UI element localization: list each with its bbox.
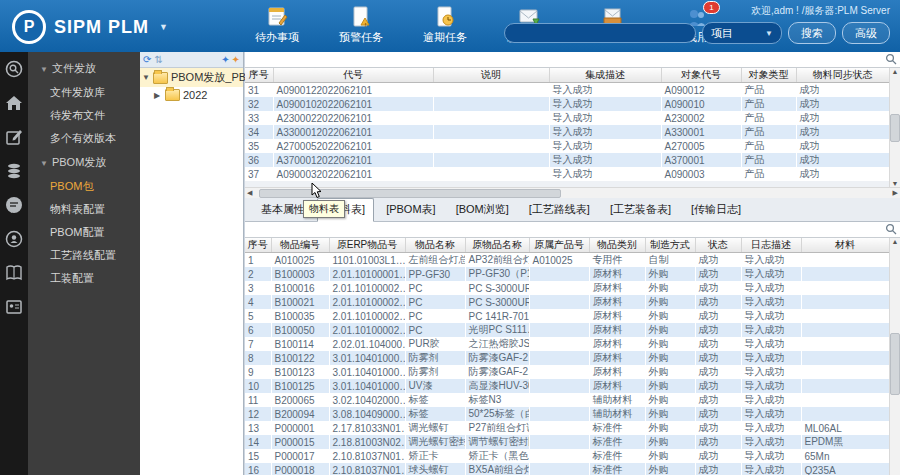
tab-process-equipment-table[interactable]: [工艺装备表] (602, 199, 679, 221)
column-header[interactable]: 材料 (801, 238, 890, 253)
triangle-right-icon[interactable]: ▶ (154, 91, 162, 100)
table-row[interactable]: 31A0900122022062101导入成功A090012产品成功 (245, 83, 890, 98)
sidebar-item-material-table-config[interactable]: 物料表配置 (28, 198, 140, 221)
search-button[interactable]: 搜索 (788, 22, 836, 44)
scroll-up-icon[interactable]: ▲ (892, 68, 899, 75)
home-icon[interactable] (5, 94, 23, 112)
column-header[interactable]: 状态 (695, 238, 741, 253)
book-icon[interactable] (5, 264, 23, 282)
table-row[interactable]: 37A0900032022062101导入成功A090003产品成功 (245, 167, 890, 181)
table-cell: 1 (245, 253, 271, 268)
id-card-icon[interactable] (5, 298, 23, 316)
table-row[interactable]: 8B1001223.01.10401000…防雾剂防雾漆GAF-2…原材料外购成… (245, 351, 890, 365)
column-header[interactable]: 说明 (433, 68, 549, 83)
table-cell: 2.02.01.104000… (329, 337, 405, 351)
table-row[interactable]: 35A2700052022062101导入成功A270005产品成功 (245, 139, 890, 153)
locate-icon[interactable]: ✦ (232, 54, 240, 65)
table-row[interactable]: 15P0000172.10.81037N01…矫正卡矫正卡（黑色）标准件外购成功… (245, 449, 890, 463)
package-filter-bar[interactable] (245, 52, 900, 68)
chevron-down-icon[interactable]: ▼ (159, 22, 168, 32)
tab-bom-browse[interactable]: [BOM浏览] (448, 199, 517, 221)
column-header[interactable]: 原ERP物品号 (329, 238, 405, 253)
scroll-right-icon[interactable]: ▶ (893, 189, 898, 197)
quick-search-icon[interactable] (5, 60, 23, 78)
column-header[interactable]: 物品编号 (271, 238, 329, 253)
collapse-tree-icon[interactable]: ⇅ (154, 54, 162, 65)
table-row[interactable]: 9B1001233.01.10401000…防雾剂防雾漆GAF-2…原材料外购成… (245, 365, 890, 379)
column-header[interactable]: 代号 (273, 68, 433, 83)
sidebar-item-tooling-config[interactable]: 工装配置 (28, 267, 140, 290)
table-cell: 11 (245, 393, 271, 407)
search-input[interactable] (504, 23, 696, 43)
search-icon[interactable] (885, 53, 897, 65)
column-header[interactable]: 原物品名称 (465, 238, 529, 253)
table-row[interactable]: 36A3700012022062101导入成功A370001产品成功 (245, 153, 890, 167)
advanced-search-button[interactable]: 高级 (842, 22, 890, 44)
scrollbar-thumb[interactable] (890, 114, 900, 142)
package-table-hscrollbar[interactable]: ◀ ▶ (245, 187, 900, 198)
refresh-icon[interactable]: ⟳ (143, 54, 151, 65)
column-header[interactable]: 物品名称 (405, 238, 465, 253)
sidebar-item-pbom-config[interactable]: PBOM配置 (28, 221, 140, 244)
package-table-vscrollbar[interactable]: ▲ ▼ (889, 68, 900, 187)
broadcast-user-icon[interactable] (5, 230, 23, 248)
table-row[interactable]: 12B2000943.08.10409000…标签50*25标签（白…辅助材料外… (245, 407, 890, 421)
tab-pbom-table[interactable]: [PBOM表] (378, 199, 444, 221)
table-row[interactable]: 6B1000502.01.10100002…PC光明PC S111…原材料外购成… (245, 323, 890, 337)
scrollbar-thumb[interactable] (259, 189, 561, 198)
search-scope-dropdown[interactable]: 项目 ▼ (702, 22, 782, 44)
search-icon[interactable] (885, 223, 897, 235)
table-row[interactable]: 7B1001142.02.01.104000…PUR胶之江热熔胶JS-P…原材料… (245, 337, 890, 351)
sidebar-item-multi-versions[interactable]: 多个有效版本 (28, 127, 140, 150)
scroll-left-icon[interactable]: ◀ (247, 189, 252, 197)
app-logo[interactable]: P SIPM PLM ▼ (12, 10, 168, 44)
column-header[interactable]: 制造方式 (645, 238, 695, 253)
column-header[interactable]: 对象类型 (741, 68, 796, 83)
table-row[interactable]: 3B1000162.01.10100002…PCPC S-3000UR …原材料… (245, 281, 890, 295)
tree-node-2022[interactable]: ▶ 2022 (140, 87, 243, 103)
edit-icon[interactable] (5, 128, 23, 146)
chat-icon[interactable] (5, 196, 23, 214)
column-header[interactable]: 物品类别 (589, 238, 645, 253)
table-row[interactable]: 32A0900102022062101导入成功A090010产品成功 (245, 97, 890, 111)
column-header[interactable]: 集成描述 (549, 68, 661, 83)
column-header[interactable]: 原属产品号 (529, 238, 589, 253)
scroll-down-icon[interactable]: ▼ (892, 180, 899, 187)
scroll-up-icon[interactable]: ▲ (892, 238, 899, 245)
column-header[interactable]: 序号 (245, 68, 273, 83)
table-row[interactable]: 10B1001253.01.10401000…UV漆高显漆HUV-3000原材料… (245, 379, 890, 393)
table-row[interactable]: 34A3300012022062101导入成功A330001产品成功 (245, 125, 890, 139)
column-header[interactable]: 物料同步状态 (796, 68, 890, 83)
table-row[interactable]: 11B2000653.02.10402000…标签标签N3辅助材料外购成功导入成… (245, 393, 890, 407)
material-table-vscrollbar[interactable]: ▲ ▼ (889, 238, 900, 475)
overdue-tasks-button[interactable]: 逾期任务 (416, 6, 474, 45)
triangle-down-icon[interactable]: ▼ (142, 73, 150, 82)
column-header[interactable]: 对象代号 (661, 68, 741, 83)
database-icon[interactable] (5, 162, 23, 180)
tab-process-route-table[interactable]: [工艺路线表] (521, 199, 598, 221)
table-row[interactable]: 5B1000352.01.10100002…PCPC 141R-701…原材料外… (245, 309, 890, 323)
column-header[interactable]: 序号 (245, 238, 271, 253)
tree-node-root[interactable]: ▼ PBOM发放_PBOM包 (140, 68, 243, 87)
table-row[interactable]: 13P0000012.17.81033N01…调光螺钉P27前组合灯调…标准件外… (245, 421, 890, 435)
warning-tasks-button[interactable]: ! 预警任务 (332, 6, 390, 45)
tab-transfer-log[interactable]: [传输日志] (683, 199, 749, 221)
table-row[interactable]: 4B1000212.01.10100002…PCPC S-3000UR…原材料外… (245, 295, 890, 309)
sidebar-item-process-route-config[interactable]: 工艺路线配置 (28, 244, 140, 267)
table-row[interactable]: 16P0000182.10.81037N01…球头螺钉BX5A前组合灯…标准件外… (245, 463, 890, 475)
table-row[interactable]: 33A2300022022062101导入成功A230002产品成功 (245, 111, 890, 125)
todo-items-button[interactable]: 待办事项 (248, 6, 306, 45)
table-cell: 9 (245, 365, 271, 379)
expand-all-icon[interactable]: ✦ (221, 54, 229, 65)
sidebar-section-pbom-release[interactable]: ▼PBOM发放 (28, 150, 140, 175)
table-row[interactable]: 14P0000152.18.81003N02…调光螺钉密封圈调节螺钉密封圈标准件… (245, 435, 890, 449)
column-header[interactable]: 日志描述 (741, 238, 801, 253)
table-row[interactable]: 2B1000032.01.10100001…PP-GF30PP-GF30（P10… (245, 267, 890, 281)
sidebar-section-file-release[interactable]: ▼文件发放 (28, 56, 140, 81)
table-row[interactable]: 1A0100251101.01003L1…左前组合灯总成AP32前组合灯…A01… (245, 253, 890, 268)
scrollbar-thumb[interactable] (890, 333, 900, 395)
sidebar-item-file-release-lib[interactable]: 文件发放库 (28, 81, 140, 104)
sidebar-item-pending-files[interactable]: 待发布文件 (28, 104, 140, 127)
sidebar-item-pbom-package[interactable]: PBOM包 (28, 175, 140, 198)
material-filter-bar[interactable] (245, 222, 900, 238)
